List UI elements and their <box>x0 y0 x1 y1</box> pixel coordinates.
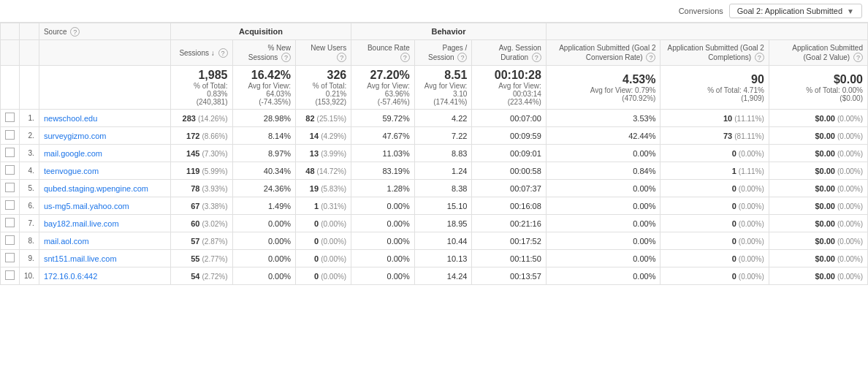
row-checkbox[interactable] <box>1 267 20 285</box>
source-help-icon: ? <box>70 27 80 37</box>
goal-selector[interactable]: Goal 2: Application Submitted ▼ <box>729 4 862 18</box>
row-pct-new: 0.00% <box>232 215 296 232</box>
row-num: 3. <box>20 145 39 162</box>
row-num: 5. <box>20 180 39 197</box>
source-link[interactable]: snt151.mail.live.com <box>44 254 117 263</box>
totals-pages-sub1: Avg for View: 3.10 <box>419 82 468 98</box>
row-bounce: 83.19% <box>351 162 415 180</box>
row-completions: 0 (0.00%) <box>660 145 769 162</box>
source-link[interactable]: us-mg5.mail.yahoo.com <box>44 202 129 210</box>
totals-num <box>20 66 39 110</box>
completions-help-icon: ? <box>755 53 764 62</box>
totals-value: $0.00 % of Total: 0.00% ($0.00) <box>769 66 867 110</box>
row-num: 4. <box>20 162 39 180</box>
value-th[interactable]: Application Submitted (Goal 2 Value) ? <box>769 40 867 66</box>
totals-pct-new-main: 16.42% <box>237 69 292 82</box>
row-bounce: 0.00% <box>351 197 415 215</box>
totals-pct-new-sub2: (-74.35%) <box>237 98 292 106</box>
num-col-header <box>20 23 39 40</box>
source-link[interactable]: 172.16.0.6:442 <box>44 272 97 281</box>
source-link[interactable]: qubed.staging.wpengine.com <box>44 184 148 193</box>
row-completions: 0 (0.00%) <box>660 250 769 267</box>
row-conv-rate: 0.00% <box>546 180 660 197</box>
row-pages: 1.24 <box>414 162 472 180</box>
row-value: $0.00 (0.00%) <box>769 250 867 267</box>
row-checkbox[interactable] <box>1 180 20 197</box>
totals-pct-new: 16.42% Avg for View: 64.03% (-74.35%) <box>232 66 296 110</box>
row-checkbox[interactable] <box>1 162 20 180</box>
avg-session-th[interactable]: Avg. Session Duration ? <box>472 40 546 66</box>
source-col-header: Source ? <box>39 23 170 40</box>
row-conv-rate: 0.00% <box>546 145 660 162</box>
row-checkbox[interactable] <box>1 127 20 145</box>
value-help-icon: ? <box>853 53 863 62</box>
row-checkbox[interactable] <box>1 110 20 127</box>
totals-sessions: 1,985 % of Total: 0.83% (240,381) <box>170 66 232 110</box>
totals-value-main: $0.00 <box>774 73 863 86</box>
row-checkbox[interactable] <box>1 215 20 232</box>
row-value: $0.00 (0.00%) <box>769 127 867 145</box>
conv-rate-th[interactable]: Application Submitted (Goal 2 Conversion… <box>546 40 660 66</box>
row-checkbox[interactable] <box>1 145 20 162</box>
row-completions: 0 (0.00%) <box>660 180 769 197</box>
totals-pages-sub2: (174.41%) <box>419 98 468 106</box>
totals-sessions-sub2: (240,381) <box>175 98 228 106</box>
row-avg-sess: 00:11:50 <box>472 250 546 267</box>
row-source: mail.google.com <box>39 145 170 162</box>
totals-pages: 8.51 Avg for View: 3.10 (174.41%) <box>414 66 472 110</box>
totals-conv-rate: 4.53% Avg for View: 0.79% (470.92%) <box>546 66 660 110</box>
row-checkbox[interactable] <box>1 250 20 267</box>
conversions-label: Conversions <box>679 7 723 15</box>
pages-session-th[interactable]: Pages / Session ? <box>414 40 472 66</box>
source-link[interactable]: mail.google.com <box>44 149 102 158</box>
row-completions: 0 (0.00%) <box>660 215 769 232</box>
totals-completions-sub1: % of Total: 4.71% <box>665 86 764 94</box>
row-bounce: 11.03% <box>351 145 415 162</box>
source-link[interactable]: bay182.mail.live.com <box>44 219 119 228</box>
row-sessions: 57 (2.87%) <box>170 232 232 250</box>
table-row: 8. mail.aol.com 57 (2.87%) 0.00% 0 (0.00… <box>1 232 868 250</box>
row-conv-rate: 42.44% <box>546 127 660 145</box>
row-pages: 10.13 <box>414 250 472 267</box>
row-sessions: 54 (2.72%) <box>170 267 232 285</box>
sessions-help-icon: ? <box>218 48 228 58</box>
source-link[interactable]: newschool.edu <box>44 114 97 123</box>
row-pages: 15.10 <box>414 197 472 215</box>
source-th <box>39 40 170 66</box>
sessions-th[interactable]: Sessions ↓ ? <box>170 40 232 66</box>
table-row: 4. teenvogue.com 119 (5.99%) 40.34% 48 (… <box>1 162 868 180</box>
row-value: $0.00 (0.00%) <box>769 215 867 232</box>
totals-new-users-sub1: % of Total: 0.21% <box>300 82 346 98</box>
row-source: mail.aol.com <box>39 232 170 250</box>
row-value: $0.00 (0.00%) <box>769 197 867 215</box>
source-link[interactable]: teenvogue.com <box>44 167 99 175</box>
totals-pages-main: 8.51 <box>419 69 468 82</box>
acquisition-group: Acquisition <box>170 23 351 40</box>
row-new-users: 0 (0.00%) <box>296 250 351 267</box>
row-num: 1. <box>20 110 39 127</box>
row-checkbox[interactable] <box>1 232 20 250</box>
row-source: us-mg5.mail.yahoo.com <box>39 197 170 215</box>
totals-bounce-sub2: (-57.46%) <box>356 98 410 106</box>
row-completions: 73 (81.11%) <box>660 127 769 145</box>
conv-rate-label: Application Submitted (Goal 2 Conversion… <box>559 44 655 61</box>
row-avg-sess: 00:17:52 <box>472 232 546 250</box>
row-new-users: 0 (0.00%) <box>296 215 351 232</box>
row-checkbox[interactable] <box>1 197 20 215</box>
bounce-rate-th[interactable]: Bounce Rate ? <box>351 40 415 66</box>
source-link[interactable]: mail.aol.com <box>44 237 89 246</box>
row-avg-sess: 00:09:01 <box>472 145 546 162</box>
pct-new-sessions-th[interactable]: % New Sessions ? <box>232 40 296 66</box>
row-source: newschool.edu <box>39 110 170 127</box>
row-source: surveygizmo.com <box>39 127 170 145</box>
row-sessions: 172 (8.66%) <box>170 127 232 145</box>
totals-conv-rate-sub1: Avg for View: 0.79% <box>551 86 656 94</box>
completions-th[interactable]: Application Submitted (Goal 2 Completion… <box>660 40 769 66</box>
source-link[interactable]: surveygizmo.com <box>44 132 107 140</box>
row-avg-sess: 00:07:37 <box>472 180 546 197</box>
row-new-users: 82 (25.15%) <box>296 110 351 127</box>
table-row: 10. 172.16.0.6:442 54 (2.72%) 0.00% 0 (0… <box>1 267 868 285</box>
new-users-th[interactable]: New Users ? <box>296 40 351 66</box>
source-header-label: Source <box>44 28 67 36</box>
table-row: 5. qubed.staging.wpengine.com 78 (3.93%)… <box>1 180 868 197</box>
